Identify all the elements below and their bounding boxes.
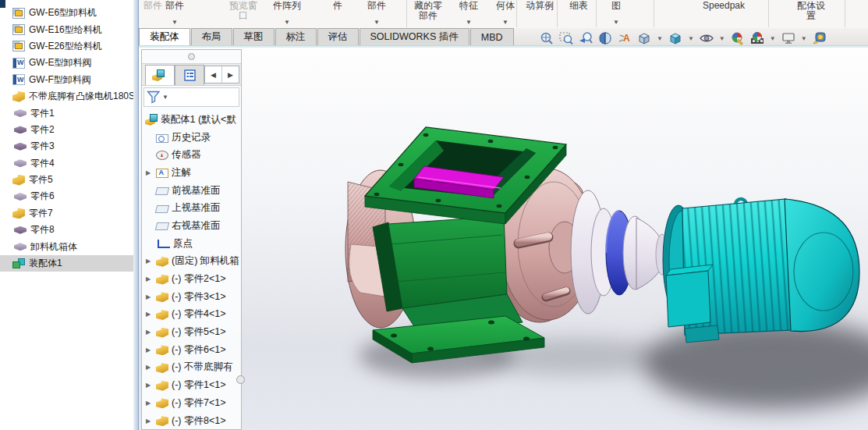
ribbon-speedpak[interactable]: Speedpak bbox=[695, 0, 753, 28]
ribbon-tab[interactable]: MBD bbox=[470, 28, 514, 45]
tree-width-splitter-handle[interactable] bbox=[236, 375, 245, 384]
tree-item[interactable]: ▶ (-) 零件1<1> bbox=[142, 376, 241, 394]
expand-arrow-icon[interactable]: ▶ bbox=[146, 346, 156, 354]
expand-arrow-icon[interactable]: ▶ bbox=[146, 169, 156, 176]
tree-item[interactable]: ▶ 前视基准面 bbox=[142, 182, 241, 200]
section-view-icon[interactable] bbox=[597, 30, 614, 47]
zoom-to-fit-icon[interactable] bbox=[538, 30, 555, 47]
file-type-icon bbox=[12, 24, 25, 35]
apply-scene-dropdown-caret[interactable]: ▼ bbox=[770, 35, 776, 42]
tree-item[interactable]: ▶ 上视基准面 bbox=[142, 199, 241, 217]
filter-dropdown-caret[interactable]: ▼ bbox=[162, 94, 168, 101]
ribbon-component-dropdown[interactable]: 部件▼ bbox=[150, 0, 200, 28]
view-settings-dropdown-caret[interactable]: ▼ bbox=[801, 35, 807, 42]
ribbon-large-assembly-settings[interactable]: 配体设 置 bbox=[786, 0, 836, 28]
file-list-item[interactable]: GW-F型卸料阀 bbox=[0, 72, 133, 88]
tree-scroll-right-button[interactable]: ▶ bbox=[221, 66, 239, 83]
window-divider[interactable] bbox=[133, 0, 139, 430]
hide-show-items-icon[interactable] bbox=[698, 30, 715, 47]
zoom-to-area-icon[interactable] bbox=[558, 30, 575, 47]
file-list-item[interactable]: GW-E26型给料机 bbox=[0, 38, 133, 55]
expand-arrow-icon[interactable]: ▶ bbox=[146, 293, 156, 300]
expand-arrow-icon[interactable]: ▶ bbox=[146, 311, 156, 318]
file-list-item[interactable]: 不带底脚有凸缘电机180S bbox=[0, 88, 133, 105]
tree-item[interactable]: ▶ 注解 bbox=[142, 164, 241, 182]
featuremanager-tab[interactable] bbox=[145, 65, 175, 85]
ribbon-preview-window[interactable]: 预览窗 口 bbox=[218, 0, 268, 28]
ribbon-tab[interactable]: 草图 bbox=[233, 28, 275, 45]
tree-item[interactable]: ▶ (-) 零件2<1> bbox=[142, 270, 241, 288]
solidworks-window: 部件 部件▼ 预览窗 口 件阵列▼ 件 部件▼ 藏的零 部件 特征▼ 何体▼ 动… bbox=[139, 0, 868, 430]
motor-part[interactable] bbox=[663, 199, 859, 343]
file-type-icon bbox=[14, 143, 27, 151]
file-list-item[interactable]: GW-E型卸料阀 bbox=[0, 55, 133, 71]
assembly-3d-model[interactable] bbox=[139, 48, 868, 430]
view-orientation-dropdown-caret[interactable]: ▼ bbox=[657, 35, 663, 42]
view-orientation-icon[interactable] bbox=[636, 30, 653, 47]
tree-item-label: (-) 零件7<1> bbox=[172, 396, 225, 410]
view-settings-icon[interactable] bbox=[780, 30, 797, 47]
annotation-views-icon[interactable]: A bbox=[616, 30, 633, 47]
tree-item-label: (-) 零件8<1> bbox=[172, 414, 225, 428]
file-type-icon bbox=[14, 193, 27, 201]
file-list-item[interactable]: 零件3 bbox=[0, 138, 133, 155]
expand-arrow-icon[interactable]: ▶ bbox=[146, 382, 156, 389]
dropdown-caret: ▼ bbox=[374, 20, 380, 26]
expand-arrow-icon[interactable]: ▶ bbox=[146, 275, 156, 283]
tree-item[interactable]: ▶ 右视基准面 bbox=[142, 217, 241, 235]
tree-item[interactable]: ▶ (-) 零件3<1> bbox=[142, 288, 241, 306]
tree-item[interactable]: ▶ (-) 零件8<1> bbox=[142, 412, 241, 429]
tree-item[interactable]: ▶ (固定) 卸料机箱 bbox=[142, 253, 241, 271]
file-list-item[interactable]: 零件7 bbox=[0, 205, 133, 222]
tree-item-icon bbox=[156, 345, 168, 355]
shaft-coupling-parts-2[interactable] bbox=[623, 216, 668, 290]
display-style-icon[interactable] bbox=[667, 30, 684, 47]
tree-item[interactable]: ▶ 历史记录 bbox=[142, 129, 241, 147]
apply-scene-icon[interactable] bbox=[749, 30, 766, 47]
file-list-item[interactable]: 装配体1 bbox=[0, 255, 133, 272]
tree-item[interactable]: ▶ (-) 零件7<1> bbox=[142, 394, 241, 412]
hide-show-dropdown-caret[interactable]: ▼ bbox=[719, 35, 725, 42]
ribbon-tab[interactable]: 装配体 bbox=[139, 28, 190, 45]
file-list-item[interactable]: 零件2 bbox=[0, 122, 133, 138]
expand-arrow-icon[interactable]: ▶ bbox=[146, 400, 156, 407]
file-list-item[interactable]: 零件1 bbox=[0, 105, 133, 121]
expand-arrow-icon[interactable]: ▶ bbox=[146, 364, 156, 371]
tree-scroll-left-button[interactable]: ◀ bbox=[205, 66, 221, 83]
tree-item-icon bbox=[156, 381, 168, 391]
ribbon-tab[interactable]: 评估 bbox=[317, 28, 359, 45]
file-name: 不带底脚有凸缘电机180S bbox=[29, 90, 135, 103]
ribbon-exploded-view[interactable]: 图▼ bbox=[591, 0, 641, 28]
ribbon-tab[interactable]: SOLIDWORKS 插件 bbox=[360, 28, 469, 45]
expand-arrow-icon[interactable]: ▶ bbox=[146, 329, 156, 336]
tree-splitter-handle[interactable] bbox=[142, 50, 241, 64]
expand-arrow-icon[interactable]: ▶ bbox=[146, 258, 156, 265]
ribbon-move-component[interactable]: 部件▼ bbox=[352, 0, 402, 28]
tree-item-root[interactable]: 装配体1 (默认<默 bbox=[142, 111, 241, 129]
expand-arrow-icon[interactable]: ▶ bbox=[146, 418, 156, 425]
tree-item[interactable]: ▶ (-) 零件5<1> bbox=[142, 323, 241, 341]
file-list-item[interactable]: 零件4 bbox=[0, 155, 133, 172]
ribbon-component-pattern[interactable]: 件阵列▼ bbox=[262, 0, 312, 28]
tree-item[interactable]: ▶ (-) 零件6<1> bbox=[142, 341, 241, 359]
ribbon-tab[interactable]: 标注 bbox=[275, 28, 317, 45]
ribbon-tab[interactable]: 布局 bbox=[191, 28, 232, 45]
graphics-viewport[interactable]: ◀ ▶ ▼ 装配体1 (默认<默 ▶ 历史记录 bbox=[139, 46, 868, 430]
propertymanager-tab[interactable] bbox=[175, 65, 204, 85]
tree-item[interactable]: ▶ 原点 bbox=[142, 235, 241, 253]
edit-appearance-icon[interactable] bbox=[729, 30, 746, 47]
file-list-item[interactable]: 零件5 bbox=[0, 172, 133, 188]
tree-item[interactable]: ▶ (-) 不带底脚有 bbox=[142, 359, 241, 377]
file-list-item[interactable]: 卸料机箱体 bbox=[0, 238, 133, 254]
measure-icon[interactable] bbox=[811, 30, 828, 47]
previous-view-icon[interactable] bbox=[577, 30, 594, 47]
display-style-dropdown-caret[interactable]: ▼ bbox=[688, 35, 694, 42]
tree-item[interactable]: ▶ (-) 零件4<1> bbox=[142, 306, 241, 324]
file-list-item[interactable]: GW-E6型卸料机 bbox=[0, 5, 133, 21]
tree-item-icon bbox=[156, 292, 168, 302]
file-list-item[interactable]: 零件8 bbox=[0, 222, 133, 238]
filter-funnel-icon[interactable] bbox=[147, 91, 161, 104]
file-list-item[interactable]: 零件6 bbox=[0, 188, 133, 204]
tree-item[interactable]: ▶ 传感器 bbox=[142, 146, 241, 164]
file-list-item[interactable]: GW-E16型给料机 bbox=[0, 21, 133, 37]
